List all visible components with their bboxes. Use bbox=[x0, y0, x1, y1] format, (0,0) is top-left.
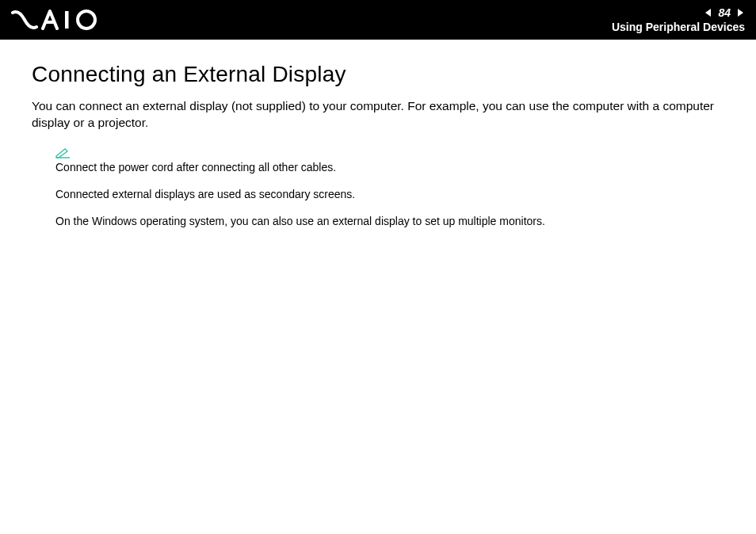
page-title: Connecting an External Display bbox=[32, 62, 724, 87]
note-line-1: Connect the power cord after connecting … bbox=[55, 160, 724, 174]
next-page-arrow-icon[interactable] bbox=[735, 8, 745, 17]
page-number: 84 bbox=[718, 6, 731, 19]
note-block: Connect the power cord after connecting … bbox=[55, 147, 724, 229]
note-line-2: Connected external displays are used as … bbox=[55, 187, 724, 201]
note-line-3: On the Windows operating system, you can… bbox=[55, 214, 724, 228]
header-right: 84 Using Peripheral Devices bbox=[612, 6, 745, 33]
svg-point-1 bbox=[78, 11, 95, 29]
header: 84 Using Peripheral Devices bbox=[0, 0, 756, 40]
section-name: Using Peripheral Devices bbox=[612, 21, 745, 33]
vaio-logo bbox=[11, 0, 106, 40]
intro-text: You can connect an external display (not… bbox=[32, 98, 724, 132]
prev-page-arrow-icon[interactable] bbox=[704, 8, 713, 17]
svg-rect-0 bbox=[65, 11, 69, 29]
content: Connecting an External Display You can c… bbox=[0, 40, 756, 228]
pencil-icon bbox=[55, 147, 724, 158]
pager: 84 bbox=[704, 6, 745, 19]
